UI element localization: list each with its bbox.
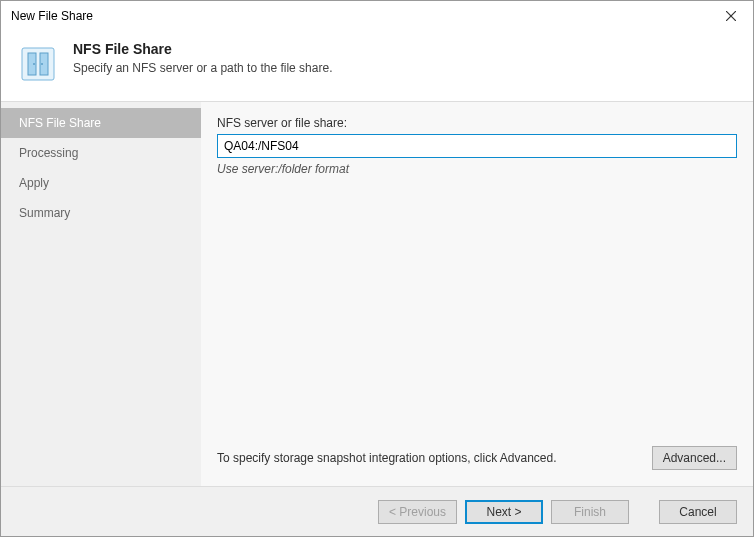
close-button[interactable] bbox=[708, 1, 753, 31]
sidebar-step-summary[interactable]: Summary bbox=[1, 198, 201, 228]
finish-button[interactable]: Finish bbox=[551, 500, 629, 524]
dialog-new-file-share: New File Share NFS File Share Specify an… bbox=[0, 0, 754, 537]
advanced-row: To specify storage snapshot integration … bbox=[217, 446, 737, 476]
spacer bbox=[217, 176, 737, 446]
header-text: NFS File Share Specify an NFS server or … bbox=[73, 41, 332, 75]
header: NFS File Share Specify an NFS server or … bbox=[1, 31, 753, 102]
window-title: New File Share bbox=[11, 9, 708, 23]
titlebar: New File Share bbox=[1, 1, 753, 31]
header-subtitle: Specify an NFS server or a path to the f… bbox=[73, 61, 332, 75]
sidebar-step-processing[interactable]: Processing bbox=[1, 138, 201, 168]
advanced-note: To specify storage snapshot integration … bbox=[217, 451, 642, 465]
file-share-icon bbox=[17, 43, 59, 85]
sidebar-step-apply[interactable]: Apply bbox=[1, 168, 201, 198]
svg-point-5 bbox=[33, 63, 35, 65]
server-input[interactable] bbox=[217, 134, 737, 158]
server-field-label: NFS server or file share: bbox=[217, 116, 737, 130]
svg-point-6 bbox=[41, 63, 43, 65]
body: NFS File Share Processing Apply Summary … bbox=[1, 102, 753, 486]
close-icon bbox=[726, 11, 736, 21]
next-button[interactable]: Next > bbox=[465, 500, 543, 524]
main-panel: NFS server or file share: Use server:/fo… bbox=[201, 102, 753, 486]
wizard-sidebar: NFS File Share Processing Apply Summary bbox=[1, 102, 201, 486]
svg-rect-2 bbox=[22, 48, 54, 80]
header-title: NFS File Share bbox=[73, 41, 332, 57]
sidebar-step-nfs-file-share[interactable]: NFS File Share bbox=[1, 108, 201, 138]
advanced-button[interactable]: Advanced... bbox=[652, 446, 737, 470]
previous-button[interactable]: < Previous bbox=[378, 500, 457, 524]
cancel-button[interactable]: Cancel bbox=[659, 500, 737, 524]
format-hint: Use server:/folder format bbox=[217, 162, 737, 176]
footer: < Previous Next > Finish Cancel bbox=[1, 486, 753, 536]
